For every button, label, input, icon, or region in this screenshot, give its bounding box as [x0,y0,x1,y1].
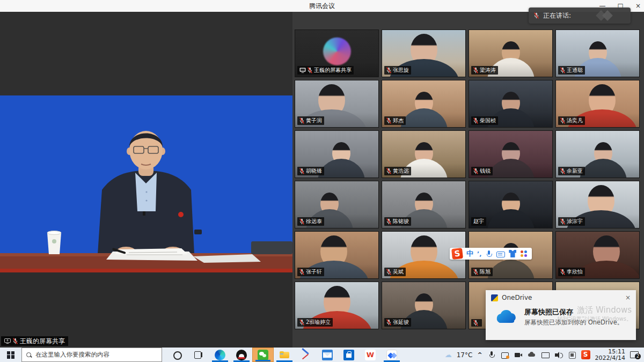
muted-mic-icon [473,269,478,275]
onedrive-app-name: OneDrive [502,294,625,301]
participant-tile[interactable]: 黄浩远 [382,130,466,178]
participant-tile[interactable]: 王通聪 [555,29,640,77]
participant-name-tag: 陈铭骏 [384,217,411,226]
muted-mic-icon [299,168,304,174]
tray-mic-icon[interactable] [487,351,496,359]
participant-name-tag: 吴斌 [384,268,406,276]
taskbar-app-taskview-icon[interactable] [188,348,209,362]
tray-display-icon[interactable] [541,351,550,359]
taskbar-app-store-icon[interactable] [338,348,360,362]
taskbar-app-explorer-icon[interactable] [274,348,295,362]
participant-tile[interactable]: 涂淙宇 [555,181,640,228]
skin-icon[interactable] [509,250,516,257]
tray-camera-icon[interactable] [514,351,523,359]
participant-name: 胡晓锋 [306,167,322,175]
participant-name: 2班喻婷立 [306,319,331,326]
taskbar-app-edge-icon[interactable] [209,348,231,362]
tray-snip-icon[interactable] [501,351,509,359]
muted-mic-icon [473,67,478,73]
participant-name-tag: 陈旭 [471,268,493,276]
participant-tile[interactable]: 余新亚 [555,130,640,178]
participant-tile[interactable]: 钱锐 [469,130,553,178]
participant-tile[interactable]: 徐远泰 [295,181,379,228]
participant-tile[interactable]: 汤奕凡 [555,80,640,128]
screen-share-icon [4,338,11,344]
taskbar-app-cortana-icon[interactable] [166,348,188,362]
taskbar-app-qq-icon[interactable] [231,348,252,362]
notification-close-icon[interactable]: × [625,294,631,301]
search-icon [26,352,32,358]
participant-name-tag: 黄子润 [297,116,324,125]
taskbar-app-wechat-icon[interactable] [252,348,274,362]
tray-speaker-icon[interactable] [554,351,563,359]
notification-center-icon[interactable]: 2 [630,351,641,359]
muted-mic-icon [560,117,565,124]
participant-tile[interactable]: 2班喻婷立 [295,282,379,329]
muted-mic-icon [13,338,18,344]
participant-name-tag: 余新亚 [558,167,585,175]
screen-share-icon [299,68,306,73]
participant-name-tag: 柴国桢 [471,116,498,125]
lapel-mic [143,211,145,216]
participant-tile[interactable]: 张延骏 [382,282,466,329]
participant-name: 陈旭 [480,268,491,276]
muted-mic-icon [299,319,304,326]
muted-mic-icon [386,67,391,73]
tray-overflow-chevron-icon[interactable]: ^ [477,351,482,358]
participant-name-tag: 赵宇 [471,217,486,226]
taskbar-app-meeting-icon[interactable] [381,348,402,362]
participant-name: 张思旋 [393,67,409,74]
participant-tile[interactable]: 陈铭骏 [382,181,466,228]
notification-message: 屏幕快照已添加到你的 OneDrive。 [524,319,623,327]
taskbar-app-mail-icon[interactable] [317,348,338,362]
close-button[interactable]: × [635,2,641,10]
presenter-video [0,12,292,348]
participant-name: 吴斌 [393,268,404,276]
sogou-input-toolbar[interactable]: S 中 ’, [450,248,532,260]
muted-mic-icon [473,117,478,124]
weather-temperature[interactable]: 17°C [457,351,473,359]
participant-tile[interactable]: 郑杰 [382,80,466,128]
chinese-mode-icon[interactable]: 中 [466,249,473,258]
participant-tile[interactable]: 胡晓锋 [295,130,379,178]
taskbar-app-wps-icon[interactable]: W [360,348,381,362]
share-owner-name: 王巍的屏幕共享 [20,337,65,346]
tray-time: 15:11 [595,349,625,355]
weather-cloud-icon[interactable]: ☁ [445,351,452,359]
tray-clock[interactable]: 15:11 2022/4/14 [595,349,625,361]
party-pin [178,212,184,217]
muted-mic-icon [473,320,478,326]
tray-input-indicator-icon[interactable] [568,351,576,359]
windows-taskbar: 在这里输入你要搜索的内容 W ☁ 17°C ^ S 15:11 2022/4/1… [0,348,644,362]
watch [194,230,202,234]
tray-sogou-icon[interactable]: S [581,350,590,359]
participant-tile[interactable]: 张思旋 [382,29,466,77]
onedrive-app-icon [491,294,498,301]
start-button[interactable] [0,348,21,362]
participant-name: 黄浩远 [393,167,409,175]
participant-tile[interactable]: 黄子润 [295,80,379,128]
sogou-logo-icon[interactable]: S [451,248,463,260]
taskbar-search-input[interactable]: 在这里输入你要搜索的内容 [21,348,162,362]
participant-tile[interactable]: 梁涛涛 [469,29,553,77]
participant-name-tag: 胡晓锋 [297,167,324,175]
participant-tile[interactable]: 柴国桢 [469,80,553,128]
voice-input-icon[interactable] [485,250,493,257]
soft-keyboard-icon[interactable] [496,252,505,257]
participant-name-tag: 涂淙宇 [558,217,585,226]
participant-name-tag: 徐远泰 [297,217,324,226]
participant-tile[interactable]: 王巍的屏幕共享 [295,29,379,77]
toolbox-icon[interactable] [520,250,528,257]
taskbar-app-scissors-icon[interactable] [295,348,317,362]
notification-badge: 2 [635,353,641,359]
participant-tile[interactable]: 赵宇 [469,181,553,228]
participant-name-tag: 张延骏 [384,318,411,327]
participant-tile[interactable]: 李欣怡 [555,231,640,279]
punctuation-icon[interactable]: ’, [477,250,481,257]
muted-mic-icon [560,67,565,73]
participant-name-tag: 张思旋 [384,66,411,75]
tray-onedrive-icon[interactable] [528,351,536,359]
participant-name: 张延骏 [393,319,409,326]
muted-mic-icon [560,218,565,225]
participant-tile[interactable]: 张子轩 [295,231,379,279]
